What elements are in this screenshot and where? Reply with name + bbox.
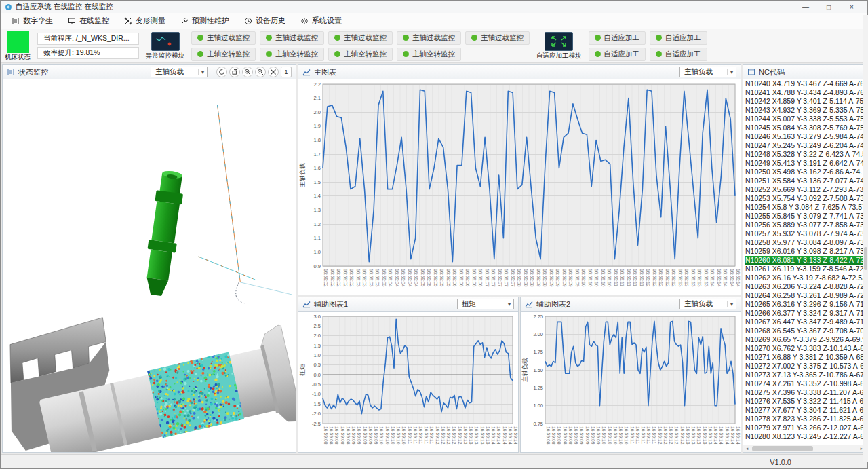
- menu-item-label: 设备历史: [256, 16, 285, 26]
- cutting-tool: [141, 169, 186, 297]
- menu-item-system-settings[interactable]: 系统设置: [294, 14, 349, 27]
- rotate-icon[interactable]: [229, 67, 240, 77]
- nc-line[interactable]: N10267 X6.447 Y-3.347 Z-9.489 A-71.055: [745, 318, 865, 326]
- spindle-overload-monitor-button-label: 主轴过载监控: [481, 33, 524, 43]
- spindle-overload-monitor-button[interactable]: 主轴过载监控: [191, 31, 256, 45]
- spindle-idle-monitor-button[interactable]: 主轴空转监控: [191, 48, 256, 61]
- nc-line[interactable]: N10240 X4.719 Y-3.467 Z-4.669 A-76.396: [745, 79, 865, 88]
- nc-hscroll-thumb[interactable]: [752, 446, 813, 451]
- menu-item-device-history[interactable]: 设备历史: [237, 14, 292, 27]
- spindle-idle-monitor-button[interactable]: 主轴空转监控: [397, 48, 461, 61]
- nc-line[interactable]: N10243 X4.932 Y-3.369 Z-5.335 A-75.523: [745, 106, 865, 115]
- spindle-overload-monitor-button-label: 主轴过载监控: [207, 33, 250, 43]
- status-dot-icon: [197, 51, 203, 57]
- nc-line-current[interactable]: N10260 X6.081 Y-3.133 Z-8.422 A-72.835: [745, 256, 865, 265]
- nc-line[interactable]: N10276 X7.535 Y-3.322 Z-11.415 A-65.22: [745, 397, 865, 406]
- svg-text:16:59:12: 16:59:12: [680, 426, 685, 445]
- nc-line[interactable]: N10247 X5.245 Y-3.249 Z-6.204 A-74.701: [745, 141, 865, 150]
- menu-item-deformation-measure[interactable]: 变形测量: [117, 14, 172, 27]
- nc-horizontal-scrollbar[interactable]: ◄ ►: [743, 445, 865, 452]
- 3d-viewer[interactable]: [3, 79, 296, 452]
- nc-line[interactable]: N10279 X7.971 Y-3.266 Z-12.027 A-62.98: [745, 424, 865, 432]
- nc-line[interactable]: N10258 X5.977 Y-3.084 Z-8.097 A-73.138: [745, 238, 865, 247]
- maximize-button[interactable]: □: [817, 3, 840, 11]
- adaptive-machining-button[interactable]: 自适应加工: [650, 48, 707, 61]
- status-panel-header: 状态监控 主轴负载 ▾: [3, 65, 296, 79]
- close-button[interactable]: ×: [840, 3, 863, 11]
- nc-line[interactable]: N10242 X4.859 Y-3.401 Z-5.114 A-75.775: [745, 97, 865, 106]
- nc-line[interactable]: N10277 X7.677 Y-3.304 Z-11.621 A-64.48: [745, 406, 865, 415]
- nc-line[interactable]: N10266 X6.377 Y-3.324 Z-9.317 A-71.443: [745, 309, 865, 318]
- adaptive-machining-button[interactable]: 自适应加工: [589, 48, 646, 61]
- spindle-idle-monitor-button[interactable]: 主轴空转监控: [328, 48, 393, 61]
- nc-line[interactable]: N10272 X7.002 Y-3.375 Z-10.573 A-68.05: [745, 362, 865, 371]
- spindle-overload-monitor-button[interactable]: 主轴过载监控: [465, 31, 530, 45]
- nc-line[interactable]: N10245 X5.084 Y-3.308 Z-5.769 A-75.088: [745, 124, 865, 132]
- spindle-overload-monitor-button[interactable]: 主轴过载监控: [397, 31, 461, 45]
- svg-text:-1.5: -1.5: [312, 401, 321, 407]
- nc-line[interactable]: N10274 X7.261 Y-3.352 Z-10.998 A-66.67: [745, 379, 865, 388]
- nc-line[interactable]: N10249 X5.413 Y-3.191 Z-6.642 A-74.346: [745, 159, 865, 168]
- nc-line[interactable]: N10253 X5.754 Y-3.092 Z-7.508 A-73.677: [745, 194, 865, 203]
- minimize-button[interactable]: —: [794, 3, 817, 11]
- menu-item-online-monitor[interactable]: 在线监控: [61, 14, 116, 27]
- adaptive-module-icon: [545, 32, 573, 51]
- nc-line[interactable]: N10254 X5.8 Y-3.084 Z-7.625 A-73.571 C: [745, 203, 865, 212]
- adaptive-machining-button[interactable]: 自适应加工: [650, 31, 707, 45]
- fit-view-icon[interactable]: [268, 67, 279, 77]
- nc-line[interactable]: N10259 X6.016 Y-3.098 Z-8.217 A-73.036: [745, 247, 865, 256]
- spindle-overload-monitor-button[interactable]: 主轴过载监控: [328, 31, 393, 45]
- nc-vscroll-thumb[interactable]: [864, 247, 866, 270]
- nc-line[interactable]: N10252 X5.669 Y-3.112 Z-7.293 A-73.844: [745, 185, 865, 194]
- nc-line[interactable]: N10257 X5.932 Y-3.078 Z-7.974 A-73.243: [745, 229, 865, 238]
- zoom-in-icon[interactable]: [242, 67, 253, 77]
- nc-line[interactable]: N10268 X6.545 Y-3.367 Z-9.708 A-70.519: [745, 326, 865, 335]
- scroll-left-icon[interactable]: ◄: [743, 447, 751, 451]
- nc-line[interactable]: N10271 X6.88 Y-3.381 Z-10.359 A-68.711: [745, 353, 865, 362]
- nc-line[interactable]: N10278 X7.823 Y-3.286 Z-11.825 A-63.73: [745, 415, 865, 424]
- status-dot-icon: [471, 35, 477, 41]
- adaptive-machining-button[interactable]: 自适应加工: [589, 31, 646, 45]
- nc-line[interactable]: N10261 X6.119 Y-3.159 Z-8.546 A-72.701: [745, 265, 865, 274]
- nc-line[interactable]: N10248 X5.328 Y-3.22 Z-6.423 A-74.52 C: [745, 150, 865, 159]
- menu-item-predictive-maintenance[interactable]: 预测性维护: [174, 14, 236, 27]
- nc-line[interactable]: N10269 X6.65 Y-3.379 Z-9.926 A-69.947 C: [745, 335, 865, 344]
- nc-line[interactable]: N10262 X6.16 Y-3.19 Z-8.682 A-72.534 C: [745, 274, 865, 282]
- chevron-down-icon: ▾: [727, 69, 733, 75]
- nc-line[interactable]: N10280 X8.123 Y-3.245 Z-12.227 A-62.23: [745, 432, 865, 441]
- main-chart-metric-select[interactable]: 主轴负载 ▾: [679, 67, 736, 77]
- aux-chart-2-metric-select[interactable]: 主轴负载 ▾: [679, 299, 736, 309]
- svg-text:16:59:11: 16:59:11: [630, 426, 635, 444]
- nc-line[interactable]: N10263 X6.206 Y-3.224 Z-8.828 A-72.33 C: [745, 282, 865, 291]
- nc-line[interactable]: N10246 X5.163 Y-3.279 Z-5.984 A-74.892: [745, 132, 865, 141]
- nc-line[interactable]: N10270 X6.762 Y-3.383 Z-10.143 A-69.34: [745, 344, 865, 353]
- nc-line[interactable]: N10264 X6.258 Y-3.261 Z-8.989 A-72.072: [745, 291, 865, 300]
- menu-item-digital-twin[interactable]: 数字孪生: [5, 14, 60, 27]
- nc-line[interactable]: N10244 X5.007 Y-3.338 Z-5.553 A-75.297: [745, 115, 865, 124]
- spindle-overload-monitor-button[interactable]: 主轴过载监控: [260, 31, 324, 45]
- nc-line[interactable]: N10241 X4.788 Y-3.434 Z-4.893 A-76.062: [745, 88, 865, 97]
- adaptive-buttons: 自适应加工自适应加工 自适应加工自适应加工: [589, 31, 707, 61]
- nc-line[interactable]: N10255 X5.845 Y-3.079 Z-7.741 A-73.458: [745, 212, 865, 221]
- orbit-icon[interactable]: [216, 67, 227, 77]
- status-panel-icon: [7, 68, 15, 76]
- aux-chart-1-metric-select[interactable]: 扭矩 ▾: [457, 299, 514, 309]
- nc-line[interactable]: N10250 X5.498 Y-3.162 Z-6.86 A-74.178 C: [745, 168, 865, 176]
- nc-line[interactable]: N10256 X5.889 Y-3.077 Z-7.858 A-73.348: [745, 221, 865, 229]
- nc-line[interactable]: N10275 X7.396 Y-3.338 Z-11.207 A-65.95: [745, 388, 865, 397]
- nc-line[interactable]: N10273 X7.13 Y-3.365 Z-10.786 A-67.372: [745, 371, 865, 379]
- nc-line[interactable]: N10265 X6.316 Y-3.296 Z-9.156 A-71.771: [745, 300, 865, 309]
- layout-1-button[interactable]: 1: [281, 67, 292, 77]
- svg-text:1.7: 1.7: [314, 151, 321, 157]
- viewer-metric-select[interactable]: 主轴负载 ▾: [151, 67, 208, 77]
- svg-text:2.2: 2.2: [314, 81, 321, 88]
- nc-line[interactable]: N10251 X5.584 Y-3.136 Z-7.077 A-74.012: [745, 176, 865, 185]
- svg-text:16:59:03: 16:59:03: [382, 269, 387, 287]
- svg-text:16:59:09: 16:59:09: [596, 426, 601, 445]
- current-program-label: 当前程序: /_N_WKS_DIR...: [37, 33, 139, 45]
- zoom-out-icon[interactable]: [255, 67, 266, 77]
- svg-text:16:59:04: 16:59:04: [388, 269, 393, 287]
- nc-vertical-scrollbar[interactable]: [863, 64, 866, 453]
- spindle-idle-monitor-button[interactable]: 主轴空转监控: [260, 48, 324, 61]
- nc-code-panel: NC代码 N10240 X4.719 Y-3.467 Z-4.669 A-76.…: [743, 64, 866, 453]
